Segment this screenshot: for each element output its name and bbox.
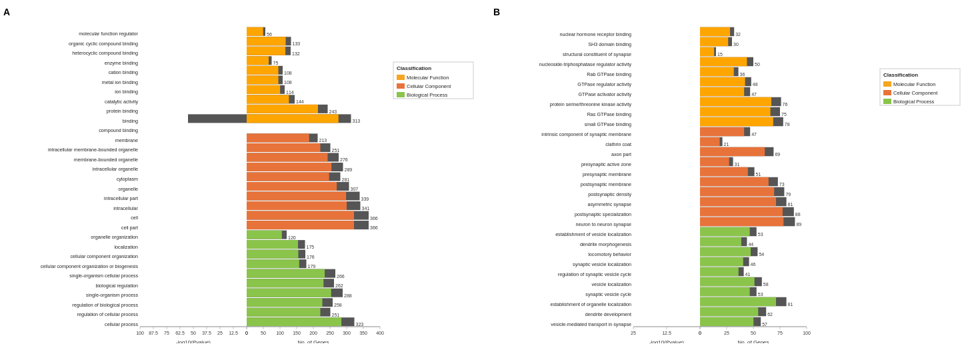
svg-text:Cellular Component: Cellular Component xyxy=(407,83,451,89)
svg-rect-194 xyxy=(700,87,744,97)
panel-a: A 56molecular function regulator133organ… xyxy=(3,7,493,343)
svg-text:single-organism cellular proce: single-organism cellular process xyxy=(69,273,138,279)
svg-rect-71 xyxy=(247,201,347,210)
svg-text:biological regulation: biological regulation xyxy=(95,283,138,289)
svg-text:organelle organization: organelle organization xyxy=(91,234,138,240)
svg-text:membrane: membrane xyxy=(115,137,138,143)
svg-text:50: 50 xyxy=(261,331,266,335)
svg-rect-111 xyxy=(247,298,323,307)
svg-text:No. of Genes: No. of Genes xyxy=(297,339,329,343)
svg-rect-198 xyxy=(700,97,771,107)
svg-text:50: 50 xyxy=(191,331,196,335)
svg-rect-206 xyxy=(700,117,773,127)
svg-rect-286 xyxy=(700,317,753,327)
svg-text:asymmetric synapse: asymmetric synapse xyxy=(587,201,631,207)
svg-text:47: 47 xyxy=(751,132,757,137)
svg-rect-190 xyxy=(700,77,745,87)
svg-text:48: 48 xyxy=(753,82,758,87)
svg-text:nucleoside-triphosphatase regu: nucleoside-triphosphatase regulator acti… xyxy=(539,61,632,67)
svg-text:intracellular part: intracellular part xyxy=(104,195,138,201)
svg-rect-115 xyxy=(247,308,320,317)
svg-text:281: 281 xyxy=(342,177,350,182)
svg-text:100: 100 xyxy=(136,331,144,335)
svg-rect-43 xyxy=(247,133,309,142)
svg-text:276: 276 xyxy=(340,157,348,162)
svg-text:323: 323 xyxy=(356,322,364,327)
svg-text:establishment of organelle loc: establishment of organelle localization xyxy=(551,301,631,307)
svg-rect-266 xyxy=(700,267,739,277)
svg-text:251: 251 xyxy=(332,148,340,153)
svg-rect-254 xyxy=(700,237,741,247)
svg-text:36: 36 xyxy=(740,72,745,77)
svg-text:compound binding: compound binding xyxy=(99,127,138,133)
panel-a-label: A xyxy=(3,7,10,17)
svg-rect-9 xyxy=(247,47,285,55)
svg-text:intracellular: intracellular xyxy=(113,205,138,211)
svg-text:postsynaptic membrane: postsynaptic membrane xyxy=(581,181,631,187)
svg-text:76: 76 xyxy=(783,102,788,107)
svg-text:144: 144 xyxy=(296,99,304,104)
svg-text:vesicle-mediated transport in : vesicle-mediated transport in synapse xyxy=(551,321,631,327)
svg-rect-234 xyxy=(700,187,774,197)
svg-rect-178 xyxy=(700,47,714,57)
svg-rect-270 xyxy=(700,277,755,287)
svg-rect-230 xyxy=(700,177,769,187)
svg-text:intracellular organelle: intracellular organelle xyxy=(93,166,138,172)
svg-text:62: 62 xyxy=(767,312,773,317)
svg-text:presynaptic membrane: presynaptic membrane xyxy=(583,171,631,177)
svg-text:protein serine/threonine kinas: protein serine/threonine kinase activity xyxy=(550,101,632,107)
svg-text:81: 81 xyxy=(788,302,793,307)
svg-text:clathrin coat: clathrin coat xyxy=(605,141,631,147)
svg-text:nuclear hormone receptor bindi: nuclear hormone receptor binding xyxy=(559,31,631,37)
svg-text:213: 213 xyxy=(319,138,327,143)
svg-text:-log10(Pvalue): -log10(Pvalue) xyxy=(176,339,211,343)
svg-text:75: 75 xyxy=(273,61,279,65)
svg-text:300: 300 xyxy=(343,331,351,335)
svg-rect-91 xyxy=(247,250,298,259)
svg-text:200: 200 xyxy=(309,331,317,335)
svg-rect-99 xyxy=(247,269,325,278)
svg-text:membrane-bounded organelle: membrane-bounded organelle xyxy=(74,157,138,163)
svg-text:132: 132 xyxy=(292,51,300,56)
svg-text:53: 53 xyxy=(758,292,763,297)
svg-text:intracellular membrane-bounded: intracellular membrane-bounded organelle xyxy=(48,147,138,153)
svg-text:243: 243 xyxy=(329,109,337,114)
svg-rect-17 xyxy=(247,66,279,75)
svg-text:266: 266 xyxy=(337,274,345,279)
svg-text:69: 69 xyxy=(775,152,780,157)
svg-rect-107 xyxy=(247,289,331,297)
svg-text:12.5: 12.5 xyxy=(229,331,238,335)
svg-rect-246 xyxy=(700,217,783,227)
svg-text:341: 341 xyxy=(362,206,370,211)
svg-text:0: 0 xyxy=(245,331,248,335)
svg-rect-5 xyxy=(247,37,286,45)
svg-rect-21 xyxy=(247,75,279,84)
svg-text:175: 175 xyxy=(307,245,315,249)
chart-b-svg: 32nuclear hormone receptor binding30SH3 … xyxy=(500,17,967,343)
svg-text:88: 88 xyxy=(795,212,801,217)
svg-text:12.5: 12.5 xyxy=(662,331,671,335)
svg-text:regulation of biological proce: regulation of biological process xyxy=(72,302,138,308)
svg-text:binding: binding xyxy=(123,118,138,124)
svg-text:-log10(Pvalue): -log10(Pvalue) xyxy=(649,339,684,343)
svg-rect-174 xyxy=(700,37,728,47)
svg-text:41: 41 xyxy=(745,272,751,277)
svg-text:176: 176 xyxy=(307,255,315,259)
svg-rect-103 xyxy=(247,279,323,287)
svg-text:366: 366 xyxy=(370,216,378,221)
svg-rect-47 xyxy=(247,143,320,152)
svg-text:Molecular Function: Molecular Function xyxy=(407,75,449,81)
svg-rect-38 xyxy=(188,114,247,123)
svg-text:54: 54 xyxy=(759,252,764,257)
svg-text:GTPase regulator activity: GTPase regulator activity xyxy=(577,81,631,87)
svg-text:Biological Process: Biological Process xyxy=(893,99,935,105)
svg-rect-182 xyxy=(700,57,747,67)
svg-text:axon part: axon part xyxy=(611,151,631,157)
svg-rect-167 xyxy=(397,92,405,97)
svg-text:288: 288 xyxy=(344,293,352,298)
svg-rect-33 xyxy=(247,105,318,113)
svg-text:307: 307 xyxy=(351,187,359,191)
svg-rect-314 xyxy=(883,99,891,104)
svg-text:56: 56 xyxy=(267,32,272,37)
svg-rect-165 xyxy=(397,83,405,89)
